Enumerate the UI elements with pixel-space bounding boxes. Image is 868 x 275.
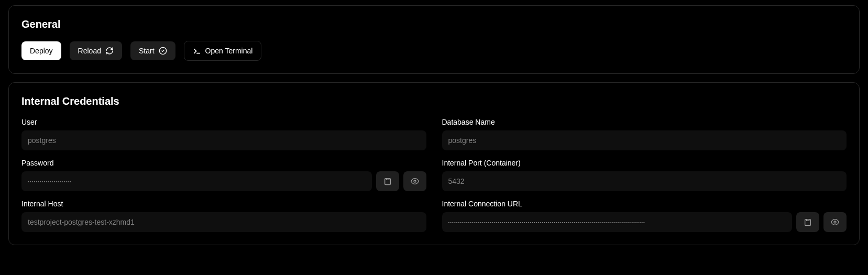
- refresh-icon: [105, 47, 114, 55]
- internal-connection-url-field: Internal Connection URL ••••••••••••••••…: [442, 200, 847, 232]
- general-title: General: [21, 18, 847, 30]
- internal-connection-url-value[interactable]: ••••••••••••••••••••••••••••••••••••••••…: [442, 212, 793, 232]
- svg-rect-4: [806, 219, 809, 221]
- internal-host-field: Internal Host testproject-postgres-test-…: [21, 200, 426, 232]
- internal-port-field: Internal Port (Container) 5432: [442, 159, 847, 191]
- internal-host-label: Internal Host: [21, 200, 426, 208]
- eye-icon: [411, 177, 419, 185]
- password-row: ••••••••••••••••••••••: [21, 171, 426, 191]
- reload-button-label: Reload: [78, 47, 101, 55]
- start-button[interactable]: Start: [130, 41, 175, 60]
- general-button-row: Deploy Reload Start Open Terminal: [21, 41, 847, 61]
- user-value[interactable]: postgres: [21, 130, 426, 150]
- internal-connection-url-label: Internal Connection URL: [442, 200, 847, 208]
- clipboard-icon: [804, 218, 812, 226]
- internal-port-label: Internal Port (Container): [442, 159, 847, 167]
- toggle-connection-url-visibility-button[interactable]: [823, 212, 847, 232]
- credentials-title: Internal Credentials: [21, 95, 847, 107]
- copy-connection-url-button[interactable]: [796, 212, 819, 232]
- internal-port-value[interactable]: 5432: [442, 171, 847, 191]
- svg-point-5: [834, 221, 836, 223]
- database-name-field: Database Name postgres: [442, 118, 847, 150]
- user-field: User postgres: [21, 118, 426, 150]
- clipboard-icon: [383, 177, 392, 185]
- password-label: Password: [21, 159, 426, 167]
- reload-button[interactable]: Reload: [70, 41, 122, 60]
- toggle-password-visibility-button[interactable]: [403, 171, 426, 191]
- eye-icon: [831, 218, 839, 226]
- svg-point-3: [414, 180, 416, 182]
- check-circle-icon: [159, 47, 167, 55]
- user-label: User: [21, 118, 426, 126]
- database-name-value[interactable]: postgres: [442, 130, 847, 150]
- internal-host-value[interactable]: testproject-postgres-test-xzhmd1: [21, 212, 426, 232]
- credentials-panel: Internal Credentials User postgres Datab…: [8, 82, 860, 245]
- copy-password-button[interactable]: [376, 171, 399, 191]
- credentials-grid: User postgres Database Name postgres Pas…: [21, 118, 847, 232]
- internal-connection-url-row: ••••••••••••••••••••••••••••••••••••••••…: [442, 212, 847, 232]
- deploy-button-label: Deploy: [30, 47, 53, 55]
- password-field: Password ••••••••••••••••••••••: [21, 159, 426, 191]
- start-button-label: Start: [139, 47, 155, 55]
- database-name-label: Database Name: [442, 118, 847, 126]
- open-terminal-button[interactable]: Open Terminal: [184, 41, 262, 61]
- general-panel: General Deploy Reload Start: [8, 5, 860, 74]
- password-value[interactable]: ••••••••••••••••••••••: [21, 171, 372, 191]
- terminal-icon: [193, 47, 201, 55]
- open-terminal-button-label: Open Terminal: [205, 47, 253, 55]
- deploy-button[interactable]: Deploy: [21, 41, 61, 60]
- svg-rect-2: [386, 179, 389, 180]
